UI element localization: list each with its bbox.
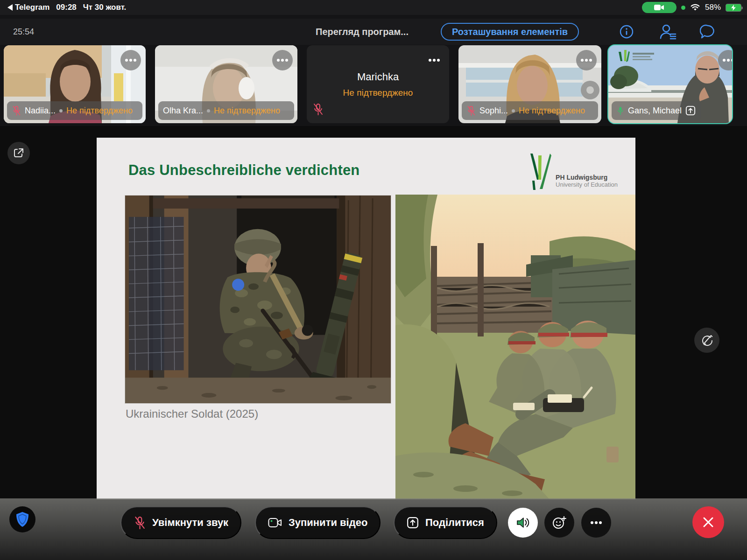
more-options-button[interactable] <box>581 508 611 538</box>
separator-dot <box>512 109 515 112</box>
annotate-button[interactable] <box>694 328 719 353</box>
chat-icon <box>700 24 716 39</box>
video-tile-olha[interactable]: Olha Kra... Не підтверджено <box>155 45 297 123</box>
verification-status: Не підтверджено <box>214 106 280 116</box>
camera-in-use-indicator[interactable] <box>642 2 677 13</box>
video-tile-sophi[interactable]: Sophi... Не підтверджено <box>458 45 601 123</box>
olha-namebar: Olha Kra... Не підтверджено <box>158 101 294 120</box>
back-arrow-icon <box>7 4 13 11</box>
logo-subtitle: University of Education <box>556 181 618 188</box>
tile-more-button[interactable] <box>272 50 293 70</box>
meeting-header: 25:54 Перегляд програм... Розташування е… <box>0 19 747 45</box>
participant-name: Nadiia... <box>25 106 56 116</box>
status-time: 09:28 <box>56 3 76 12</box>
participant-name: Olha Kra... <box>163 106 203 116</box>
participants-button[interactable] <box>658 22 677 41</box>
back-app-label: Telegram <box>15 3 49 12</box>
stop-video-label: Зупинити відео <box>289 517 367 529</box>
meeting-info-button[interactable] <box>617 22 636 41</box>
ellipsis-icon <box>580 58 592 62</box>
ellipsis-icon <box>125 58 137 62</box>
verification-status: Не підтверджено <box>519 106 585 116</box>
shared-app-label: Перегляд програм... <box>316 27 428 37</box>
ellipsis-icon <box>428 58 440 62</box>
tile-more-button[interactable] <box>120 50 141 70</box>
meeting-toolbar: Увімкнути звук Зупинити відео Поділитися <box>0 498 747 560</box>
participant-name: Marichka <box>357 71 399 83</box>
video-tile-nadiia[interactable]: Nadiia... Не підтверджено <box>4 45 146 123</box>
stop-video-button[interactable]: Зупинити відео <box>255 506 381 539</box>
share-button[interactable]: Поділитися <box>394 506 497 539</box>
participant-name: Gans, Michael <box>628 106 682 116</box>
open-external-icon <box>13 147 24 159</box>
ellipsis-icon <box>276 58 289 62</box>
mic-muted-icon <box>12 105 21 116</box>
ph-logo-icon <box>526 153 552 191</box>
participant-name: Sophi... <box>479 106 508 116</box>
unmute-label: Увімкнути звук <box>152 517 228 529</box>
leave-meeting-button[interactable] <box>692 506 724 538</box>
slide-title: Das Unbeschreibliche verdichten <box>128 162 359 179</box>
shield-icon <box>15 511 29 527</box>
participant-strip: Nadiia... Не підтверджено <box>0 45 747 124</box>
verification-status: Не підтверджено <box>66 106 133 116</box>
mic-in-use-dot <box>681 6 685 10</box>
mic-muted-icon <box>466 105 476 116</box>
unmute-button[interactable]: Увімкнути звук <box>120 506 241 539</box>
status-bar: Telegram 09:28 Чт 30 жовт. 58% <box>0 0 747 15</box>
open-shared-app-button[interactable] <box>7 142 30 164</box>
meeting-timer: 25:54 <box>13 27 34 37</box>
photo-caption: Ukrainischer Soldat (2025) <box>126 407 258 420</box>
separator-dot <box>59 109 63 112</box>
battery-icon <box>726 4 741 12</box>
layout-elements-button[interactable]: Розташування елементів <box>441 23 579 41</box>
annotate-pencil-icon <box>700 334 713 347</box>
reactions-button[interactable] <box>544 508 574 538</box>
presentation-slide: Das Unbeschreibliche verdichten PH Ludwi… <box>97 138 635 499</box>
mic-muted-icon <box>312 103 324 116</box>
photo-ww1-soldiers <box>395 195 635 499</box>
photo-ukrainian-soldier <box>125 195 391 404</box>
ph-ludwigsburg-logo: PH Ludwigsburg University of Education <box>526 153 618 191</box>
sophi-namebar: Sophi... Не підтверджено <box>462 101 598 120</box>
mic-muted-indicator <box>312 103 324 119</box>
camera-icon <box>654 4 664 11</box>
shared-screen-area: Das Unbeschreibliche verdichten PH Ludwi… <box>0 126 747 560</box>
screen-sharing-icon <box>685 105 696 116</box>
logo-name: PH Ludwigsburg <box>556 174 618 181</box>
security-shield-button[interactable] <box>9 506 35 532</box>
audio-output-button[interactable] <box>508 508 538 538</box>
mic-muted-icon <box>134 516 146 530</box>
verification-status: Не підтверджено <box>343 88 413 98</box>
battery-percent: 58% <box>705 3 721 12</box>
share-icon <box>407 517 419 529</box>
separator-dot <box>207 109 210 112</box>
nadiia-namebar: Nadiia... Не підтверджено <box>7 101 142 120</box>
video-tile-marichka[interactable]: Marichka Не підтверджено <box>307 45 449 123</box>
tile-more-button[interactable] <box>576 50 597 70</box>
ellipsis-icon <box>590 521 603 525</box>
back-to-telegram-link[interactable]: Telegram <box>7 3 49 12</box>
video-tile-gans-michael[interactable]: Gans, Michael <box>608 45 732 123</box>
video-camera-icon <box>268 517 282 528</box>
emoji-plus-icon <box>552 516 566 530</box>
close-x-icon <box>702 516 715 529</box>
status-date: Чт 30 жовт. <box>83 3 126 12</box>
mic-active-icon <box>616 105 624 116</box>
participants-icon <box>659 24 677 40</box>
zoom-meeting-screen: Telegram 09:28 Чт 30 жовт. 58% 2 <box>0 0 747 560</box>
wifi-icon <box>690 4 700 11</box>
ellipsis-icon <box>722 58 732 62</box>
chat-button[interactable] <box>698 22 717 41</box>
share-label: Поділитися <box>425 517 484 529</box>
gans-namebar: Gans, Michael <box>612 101 701 120</box>
speaker-icon <box>516 516 530 529</box>
info-icon <box>619 24 634 39</box>
tile-more-button[interactable] <box>424 50 444 70</box>
